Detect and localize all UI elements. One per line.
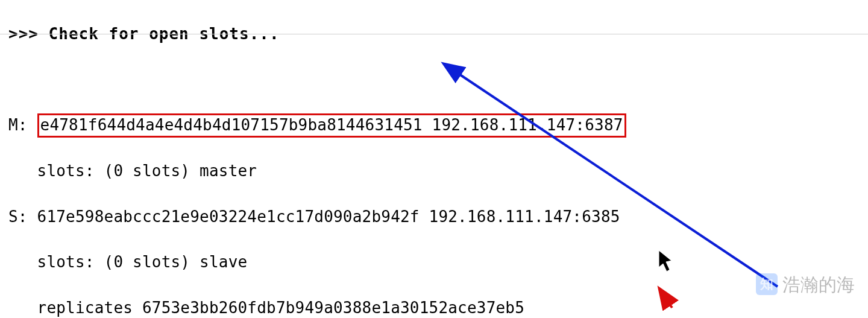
slave-slots-line: slots: (0 slots) slave [8, 251, 862, 274]
slave-node-line: S: 617e598eabccc21e9e03224e1cc17d090a2b9… [8, 206, 862, 229]
separator-line [0, 34, 868, 34]
master-slots-line: slots: (0 slots) master [8, 160, 862, 183]
master-node-line: M: e4781f644d4a4e4d4b4d107157b9ba8144631… [8, 113, 862, 137]
master-hash-address-box: e4781f644d4a4e4d4b4d107157b9ba8144631451… [37, 113, 626, 137]
master-prefix: M: [8, 116, 37, 134]
replicates-line: replicates 6753e3bb260fdb7b949a0388e1a30… [8, 297, 862, 318]
blank-line [8, 68, 862, 91]
terminal-output: >>> Check for open slots... M: e4781f644… [0, 0, 868, 318]
